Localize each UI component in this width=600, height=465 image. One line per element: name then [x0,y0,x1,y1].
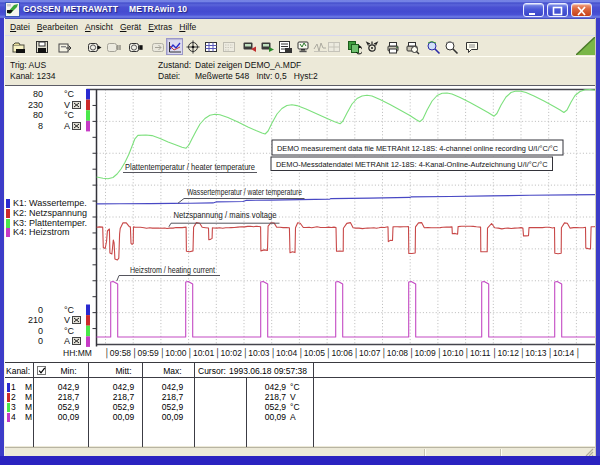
chart-panel: 80°C230V80°C8A 0°C210V0°C0A K1: Wasserte… [5,86,595,362]
zustand-value: Datei zeigen DEMO_A.MDF [195,60,301,70]
x-tick-1008: │10:08 [382,348,409,358]
axis-label-230V: 230V [5,100,95,111]
close-button[interactable] [571,3,592,17]
gmc-logo-triangle [576,37,595,55]
window-title-app: METRAwin 10 [129,4,187,14]
legend-swatch [6,209,10,218]
file-open-icon[interactable] [10,38,27,55]
file-save-icon[interactable] [33,38,50,55]
row-unit: A [290,412,296,422]
x-tick-1013: │10:13 [520,348,547,358]
table-checkbox[interactable] [37,366,46,375]
axis-scale-button[interactable] [72,337,81,345]
x-axis-label: HH:MM [63,348,92,358]
menu-hilfe[interactable]: Hilfe [176,19,200,34]
minimize-button[interactable] [523,3,544,17]
row-unit: °C [290,402,300,412]
print-preview-icon[interactable] [403,38,420,55]
datei-value: Meßwerte 548 Intv: 0,5 Hyst:2 [195,71,318,81]
annotation-box [271,157,553,171]
view-numeric-icon [220,38,237,55]
table-header-underline [5,377,595,378]
x-tick-end: │ [575,348,580,358]
trig-label: Trig: AUS [10,60,46,70]
table-header-max: Max: [155,366,190,376]
toolbar [5,37,595,56]
copy-chart-icon[interactable] [345,38,362,55]
axis-scale-button[interactable] [72,101,81,109]
curve-label-K1: Wassertemperatur / water temperature [187,187,302,197]
title-bar[interactable]: GOSSEN METRAWATT METRAwin 10 [0,0,600,19]
x-tick-1012: │10:12 [492,348,519,358]
row-min: 218,7 [51,392,86,402]
menu-gert[interactable]: Gerät [117,19,145,34]
axis-scale-button[interactable] [72,316,81,324]
app-window: GOSSEN METRAWATT METRAwin 10 DateiBearbe… [0,0,600,465]
row-cursor: 052,9 [251,402,286,412]
device-write-icon[interactable] [258,38,275,55]
table-column-separator [88,363,89,447]
view-chart-icon[interactable] [166,38,183,55]
curve-K3 [97,90,596,179]
menu-datei[interactable]: Datei [7,19,34,34]
comment-icon[interactable] [463,38,480,55]
window-border-bottom [0,456,600,465]
status-strip: Trig: AUS Kanal: 1234 Zustand: Datei zei… [5,56,595,85]
x-tick-1005: │10:05 [298,348,325,358]
print-icon[interactable] [384,38,401,55]
menu-bearbeiten[interactable]: Bearbeiten [34,19,82,34]
zoom-reset-icon[interactable] [184,38,201,55]
device-monitor-icon[interactable] [294,38,311,55]
row-mitt: 218,7 [106,392,141,402]
row-color-swatch [7,383,10,392]
row-num: 4 [11,412,16,422]
app-icon [5,2,20,17]
measurement-table: Kanal: Min: Mitt: Max: Cursor: 1993.06.1… [5,362,595,446]
row-unit: V [290,392,296,402]
row-min: 042,9 [51,382,86,392]
row-mode: M [25,412,32,422]
x-tick-1001: │10:01 [188,348,215,358]
curve-label-K2: Netzspannung / mains voltage [174,210,277,220]
view-table-icon[interactable] [202,38,219,55]
device-list-icon[interactable] [276,38,293,55]
maximize-button[interactable] [547,3,568,17]
menu-ansicht[interactable]: Ansicht [82,19,117,34]
row-color-swatch [7,393,10,402]
row-num: 1 [11,382,16,392]
table-header-min: Min: [51,366,86,376]
axis-label-0°C: 0°C [5,305,95,316]
capture-icon[interactable] [363,38,380,55]
axis-label-0°C: 0°C [5,326,95,337]
annotation-text-2: DEMO-Messdatendatei METRAhit 12-18S: 4-K… [276,160,548,169]
record-stop-icon[interactable] [126,38,143,55]
device-read-icon[interactable] [240,38,257,55]
file-export-icon[interactable] [56,38,73,55]
legend-swatch [6,228,10,237]
table-column-separator [313,363,314,447]
zoom-out-icon[interactable] [442,38,459,55]
x-tick-1006: │10:06 [326,348,353,358]
trig-value: AUS [29,60,46,70]
row-mode: M [25,402,32,412]
zoom-in-icon[interactable] [424,38,441,55]
window-border-inner-right [595,18,596,456]
table-column-separator [33,363,34,447]
menu-bar: DateiBearbeitenAnsichtGerätExtrasHilfe [5,19,595,36]
curve-K1 [97,195,596,204]
annotation-text-1: DEMO measurement data file METRAhit 12-1… [277,144,558,153]
table-column-separator [142,363,143,447]
curve-K4 [97,282,597,338]
x-tick-1004: │10:04 [271,348,298,358]
row-num: 3 [11,402,16,412]
axis-scale-button[interactable] [72,122,81,130]
menu-extras[interactable]: Extras [145,19,176,34]
record-start-icon[interactable] [85,38,102,55]
axis-label-210V: 210V [5,315,95,326]
axis-label-80°C: 80°C [5,89,95,100]
kanal-value: 1234 [36,71,55,81]
x-tick-1014: │10:14 [548,348,575,358]
table-header-mitt: Mitt: [106,366,141,376]
record-pause-icon [104,38,121,55]
window-border-right [596,18,600,465]
